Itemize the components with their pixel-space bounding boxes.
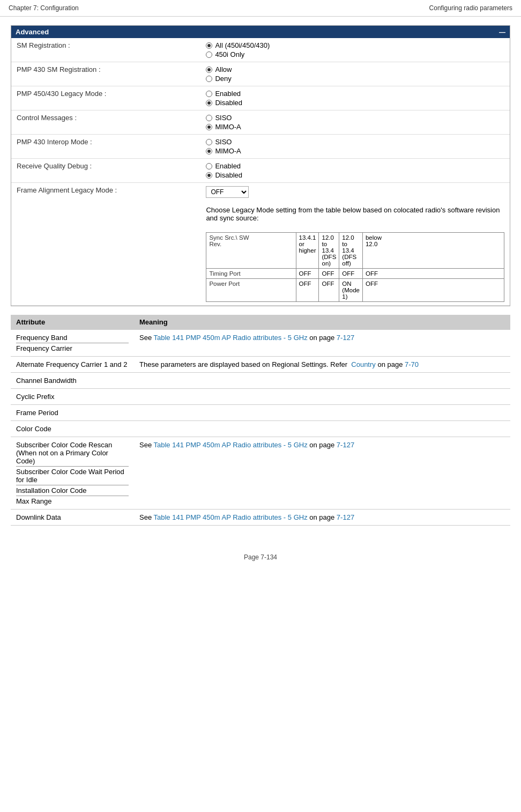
sm-registration-radio-group: All (450i/450/430) 450i Only bbox=[206, 41, 504, 58]
legacy-timing-off: OFF bbox=[339, 269, 363, 279]
freq-band-attr: Frequency Band Frequency Carrier bbox=[11, 330, 134, 357]
page770-link[interactable]: 7-70 bbox=[405, 360, 419, 368]
legacy-mode-desc: Choose Legacy Mode setting from the tabl… bbox=[206, 206, 500, 222]
legacy-timing-row: Timing Port OFF OFF OFF OFF bbox=[206, 269, 504, 279]
pmp430-sm-reg-label: PMP 430 SM Registration : bbox=[11, 62, 200, 86]
table141-link-1[interactable]: Table 141 PMP 450m AP Radio attributes -… bbox=[154, 334, 308, 342]
color-code-attr: Color Code bbox=[11, 421, 134, 437]
legacy-mode-table: Sync Src.\ SWRev. 13.4.1 orhigher 12.0 t… bbox=[206, 232, 504, 302]
ctrl-siso-option[interactable]: SISO bbox=[206, 114, 504, 122]
pmp430-deny-option[interactable]: Deny bbox=[206, 75, 504, 83]
advanced-title-label: Advanced bbox=[16, 28, 49, 36]
control-messages-row: Control Messages : SISO MIMO-A bbox=[11, 110, 510, 135]
sm-reg-450i-option[interactable]: 450i Only bbox=[206, 50, 504, 58]
ctrl-siso-radio[interactable] bbox=[206, 115, 212, 121]
minimize-button[interactable]: — bbox=[499, 28, 505, 36]
pmp430-sm-reg-options: Allow Deny bbox=[200, 62, 510, 86]
frame-alignment-content: OFF Choose Legacy Mode setting from the … bbox=[200, 183, 510, 306]
pmp430-allow-label: Allow bbox=[215, 65, 232, 73]
sm-registration-options: All (450i/450/430) 450i Only bbox=[200, 38, 510, 62]
sub-cc-rescan-label: Subscriber Color Code Rescan (When not o… bbox=[16, 441, 112, 465]
install-cc-divider bbox=[16, 496, 129, 496]
ctrl-mimoa-option[interactable]: MIMO-A bbox=[206, 123, 504, 131]
sub-cc-wait-divider bbox=[16, 485, 129, 485]
pmp430-interop-row: PMP 430 Interop Mode : SISO MIMO-A bbox=[11, 135, 510, 159]
receive-quality-radio-group: Enabled Disabled bbox=[206, 162, 504, 179]
downlink-data-attr: Downlink Data bbox=[11, 510, 134, 526]
pmp450-legacy-radio-group: Enabled Disabled bbox=[206, 90, 504, 107]
rq-disabled-label: Disabled bbox=[215, 171, 242, 179]
pmp450-enabled-option[interactable]: Enabled bbox=[206, 90, 504, 98]
pmp430-interop-label: PMP 430 Interop Mode : bbox=[11, 135, 200, 159]
pmp430-interop-options: SISO MIMO-A bbox=[200, 135, 510, 159]
downlink-data-row: Downlink Data See Table 141 PMP 450m AP … bbox=[11, 510, 510, 526]
pmp430-deny-label: Deny bbox=[215, 75, 231, 83]
pmp450-enabled-radio[interactable] bbox=[206, 91, 212, 97]
sm-reg-450i-label: 450i Only bbox=[215, 50, 244, 58]
control-messages-label: Control Messages : bbox=[11, 110, 200, 135]
subscriber-color-group-attrs: Subscriber Color Code Rescan (When not o… bbox=[11, 437, 134, 510]
subscriber-color-group-meaning: See Table 141 PMP 450m AP Radio attribut… bbox=[134, 437, 510, 510]
frame-alignment-row: Frame Alignment Legacy Mode : OFF Choose… bbox=[11, 183, 510, 306]
alt-freq-carrier-meaning: These parameters are displayed based on … bbox=[134, 357, 510, 373]
sub-cc-wait-label: Subscriber Color Code Wait Period for Id… bbox=[16, 468, 124, 484]
meaning-col-header: Meaning bbox=[134, 315, 510, 330]
page7127-link-3[interactable]: 7-127 bbox=[337, 513, 354, 521]
pmp450-legacy-label: PMP 450/430 Legacy Mode : bbox=[11, 86, 200, 110]
ctrl-siso-label: SISO bbox=[215, 114, 232, 122]
channel-bw-meaning bbox=[134, 373, 510, 389]
legacy-power-row: Power Port OFF OFF ON (Mode1) OFF bbox=[206, 279, 504, 302]
color-code-meaning bbox=[134, 421, 510, 437]
page-header: Chapter 7: Configuration Configuring rad… bbox=[0, 0, 521, 17]
legacy-col-1213-on: 12.0 to13.4(DFS on) bbox=[319, 233, 339, 269]
sm-registration-label: SM Registration : bbox=[11, 38, 200, 62]
ctrl-mimoa-radio[interactable] bbox=[206, 124, 212, 130]
legacy-table-header: Sync Src.\ SWRev. 13.4.1 orhigher 12.0 t… bbox=[206, 233, 504, 269]
table141-link-2[interactable]: Table 141 PMP 450m AP Radio attributes -… bbox=[154, 441, 308, 449]
chapter-label: Chapter 7: Configuration bbox=[9, 4, 79, 12]
pmp430-allow-option[interactable]: Allow bbox=[206, 65, 504, 73]
receive-quality-label: Receive Quality Debug : bbox=[11, 159, 200, 183]
receive-quality-options: Enabled Disabled bbox=[200, 159, 510, 183]
page7127-link-1[interactable]: 7-127 bbox=[337, 334, 354, 342]
sub-cc-rescan-divider bbox=[16, 466, 129, 467]
legacy-col-syncsw: Sync Src.\ SWRev. bbox=[206, 233, 296, 269]
sm-reg-all-option[interactable]: All (450i/450/430) bbox=[206, 41, 504, 49]
legacy-power-label: Power Port bbox=[206, 279, 296, 302]
ctrl-mimoa-label: MIMO-A bbox=[215, 123, 241, 131]
attr-col-header: Attribute bbox=[11, 315, 134, 330]
attr-table-header: Attribute Meaning bbox=[11, 315, 510, 330]
sm-reg-450i-radio[interactable] bbox=[206, 51, 212, 58]
sm-reg-all-radio[interactable] bbox=[206, 42, 212, 49]
rq-enabled-radio[interactable] bbox=[206, 163, 212, 169]
pmp450-disabled-radio[interactable] bbox=[206, 100, 212, 106]
channel-bw-attr: Channel Bandwidth bbox=[11, 373, 134, 389]
frame-alignment-select[interactable]: OFF bbox=[206, 186, 249, 198]
frame-period-meaning bbox=[134, 405, 510, 421]
interop-siso-option[interactable]: SISO bbox=[206, 138, 504, 146]
channel-bw-row: Channel Bandwidth bbox=[11, 373, 510, 389]
cyclic-prefix-meaning bbox=[134, 389, 510, 405]
control-messages-options: SISO MIMO-A bbox=[200, 110, 510, 135]
pmp450-disabled-label: Disabled bbox=[215, 99, 242, 107]
country-link[interactable]: Country bbox=[351, 360, 376, 368]
pmp450-disabled-option[interactable]: Disabled bbox=[206, 99, 504, 107]
rq-enabled-option[interactable]: Enabled bbox=[206, 162, 504, 170]
freq-band-meaning: See Table 141 PMP 450m AP Radio attribut… bbox=[134, 330, 510, 357]
table141-link-3[interactable]: Table 141 PMP 450m AP Radio attributes -… bbox=[154, 513, 308, 521]
pmp430-allow-radio[interactable] bbox=[206, 67, 212, 73]
page7127-link-2[interactable]: 7-127 bbox=[337, 441, 354, 449]
rq-disabled-radio[interactable] bbox=[206, 172, 212, 179]
cyclic-prefix-attr: Cyclic Prefix bbox=[11, 389, 134, 405]
pmp430-deny-radio[interactable] bbox=[206, 76, 212, 82]
sm-registration-row: SM Registration : All (450i/450/430) 450… bbox=[11, 38, 510, 62]
freq-band-label: Frequency Band bbox=[16, 334, 67, 342]
interop-siso-radio[interactable] bbox=[206, 139, 212, 145]
legacy-timing-on: OFF bbox=[319, 269, 339, 279]
legacy-timing-below: OFF bbox=[362, 269, 504, 279]
interop-mimoa-option[interactable]: MIMO-A bbox=[206, 147, 504, 155]
alt-freq-carrier-attr: Alternate Frequency Carrier 1 and 2 bbox=[11, 357, 134, 373]
interop-mimoa-radio[interactable] bbox=[206, 148, 212, 154]
pmp450-enabled-label: Enabled bbox=[215, 90, 241, 98]
rq-disabled-option[interactable]: Disabled bbox=[206, 171, 504, 179]
